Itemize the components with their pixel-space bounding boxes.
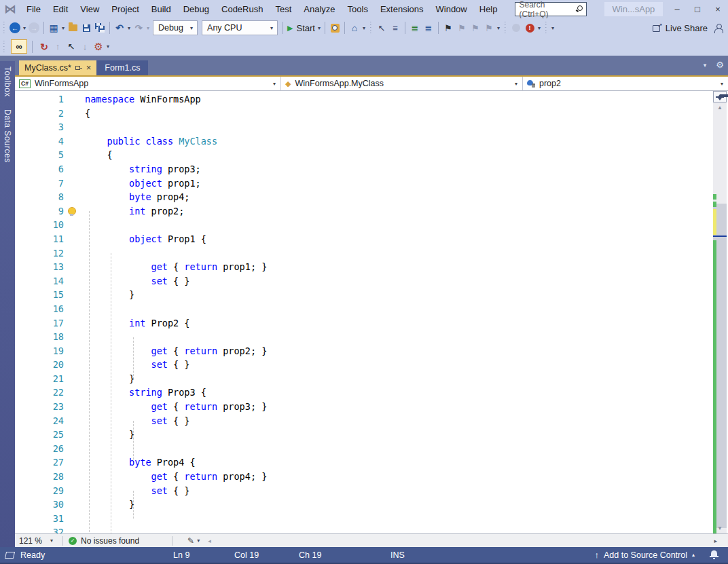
solution-explorer-home-button[interactable]: ⌂ [348, 20, 361, 35]
line-number[interactable]: 31 [15, 512, 64, 526]
menu-view[interactable]: View [74, 0, 105, 18]
open-file-button[interactable] [66, 20, 79, 35]
line-number[interactable]: 26 [15, 442, 64, 456]
maximize-button[interactable]: □ [687, 0, 708, 18]
member-dropdown[interactable]: prop2 ▾ [523, 77, 728, 90]
line-number[interactable]: 4 [15, 134, 64, 149]
code-line-17[interactable]: int Prop2 { [85, 316, 267, 331]
close-button[interactable]: × [708, 0, 728, 18]
vertical-scrollbar[interactable]: ▲ ▼ [713, 91, 727, 533]
coderush-jump-up-button[interactable]: ↑ [51, 39, 65, 54]
line-number[interactable]: 9 [15, 204, 64, 219]
code-line-3[interactable] [85, 120, 267, 134]
line-number[interactable]: 29 [15, 484, 64, 498]
menu-extensions[interactable]: Extensions [374, 0, 430, 18]
line-number[interactable]: 32 [15, 525, 64, 533]
coderush-refresh-button[interactable]: ↻ [37, 39, 51, 54]
find-in-files-button[interactable] [328, 20, 342, 35]
code-editor[interactable]: 1234567891011121314151617181920212223242… [0, 91, 728, 533]
code-line-23[interactable]: get { return prop3; } [85, 400, 267, 414]
code-cleanup-dropdown[interactable]: ▾ [196, 538, 201, 544]
navigate-forward-button[interactable]: → [27, 20, 41, 35]
line-number[interactable]: 1 [15, 92, 64, 107]
menu-debug[interactable]: Debug [177, 0, 215, 18]
close-tab-icon[interactable]: × [86, 64, 92, 71]
quick-actions-lightbulb-icon[interactable] [68, 207, 75, 217]
start-debugging-button[interactable]: ▶ Start [286, 20, 316, 35]
navigate-back-dropdown[interactable]: ▾ [22, 25, 27, 31]
line-number[interactable]: 13 [15, 260, 64, 274]
code-line-27[interactable]: byte Prop4 { [85, 455, 267, 470]
breakpoint-button[interactable] [509, 20, 523, 35]
hscroll-right-icon[interactable]: ▸ [714, 538, 717, 544]
live-share-button[interactable]: Live Share [646, 23, 714, 33]
line-number[interactable]: 23 [15, 400, 64, 414]
redo-dropdown[interactable]: ▾ [145, 25, 151, 31]
line-number[interactable]: 15 [15, 288, 64, 302]
tab-well-gear-icon[interactable]: ⚙ [716, 60, 724, 70]
quick-search-box[interactable]: Search (Ctrl+Q) [515, 2, 587, 16]
code-line-18[interactable] [85, 330, 267, 344]
code-line-14[interactable]: set { } [85, 274, 267, 288]
menu-test[interactable]: Test [269, 0, 297, 18]
code-line-11[interactable]: object Prop1 { [85, 232, 267, 246]
tab-myclass-cs-[interactable]: MyClass.cs*× [19, 60, 96, 75]
menu-help[interactable]: Help [473, 0, 504, 18]
code-line-29[interactable]: set { } [85, 484, 267, 498]
new-project-dropdown[interactable]: ▾ [60, 25, 66, 31]
project-dropdown[interactable]: C# WinFormsApp ▾ [15, 77, 281, 90]
menu-coderush[interactable]: CodeRush [215, 0, 269, 18]
line-number[interactable]: 7 [15, 176, 64, 191]
code-line-21[interactable]: } [85, 372, 267, 386]
increase-indent-button[interactable]: ≣ [422, 20, 435, 35]
code-cleanup-icon[interactable]: ✎ [187, 536, 194, 546]
notifications-bell-icon[interactable] [710, 550, 718, 559]
undo-dropdown[interactable]: ▾ [126, 25, 132, 31]
code-line-5[interactable]: { [85, 148, 267, 162]
next-bookmark-button[interactable]: ⚑ [469, 20, 482, 35]
code-line-7[interactable]: object prop1; [85, 176, 267, 191]
sync-with-active-document-button[interactable]: ↖ [375, 20, 388, 35]
line-number[interactable]: 21 [15, 372, 64, 386]
toolbar-grip[interactable] [2, 22, 6, 34]
solution-explorer-dropdown[interactable]: ▾ [361, 25, 367, 31]
line-number[interactable]: 24 [15, 414, 64, 428]
properties-window-button[interactable]: ≡ [388, 20, 402, 35]
code-line-10[interactable] [85, 218, 267, 232]
line-number[interactable]: 20 [15, 358, 64, 372]
code-line-4[interactable]: public class MyClass [85, 134, 267, 149]
menu-file[interactable]: File [20, 0, 47, 18]
coderush-overflow-dropdown[interactable]: ▾ [105, 43, 111, 50]
toolbar-grip[interactable] [369, 22, 373, 34]
start-dropdown[interactable]: ▾ [316, 25, 322, 31]
navigate-back-button[interactable]: ← [8, 20, 22, 35]
save-button[interactable] [79, 20, 93, 35]
pin-tab-icon[interactable] [75, 64, 82, 71]
code-line-15[interactable]: } [85, 288, 267, 302]
coderush-jump-down-button[interactable]: ↓ [78, 39, 92, 54]
code-line-31[interactable] [85, 512, 267, 526]
line-number[interactable]: 11 [15, 232, 64, 246]
code-line-26[interactable] [85, 442, 267, 456]
code-line-20[interactable]: set { } [85, 358, 267, 372]
menu-tools[interactable]: Tools [342, 0, 374, 18]
feedback-person-icon[interactable] [714, 24, 723, 33]
new-project-button[interactable]: ▦ [47, 20, 60, 35]
line-number[interactable]: 12 [15, 246, 64, 261]
source-control-collapse-icon[interactable]: ▴ [692, 552, 695, 558]
error-list-button[interactable]: ! [523, 20, 536, 35]
line-number[interactable]: 14 [15, 274, 64, 288]
line-number[interactable]: 2 [15, 107, 64, 121]
line-number[interactable]: 5 [15, 148, 64, 162]
code-line-32[interactable] [85, 525, 267, 533]
line-number-margin[interactable]: 1234567891011121314151617181920212223242… [15, 92, 64, 533]
line-number[interactable]: 18 [15, 330, 64, 344]
error-list-dropdown[interactable]: ▾ [536, 25, 542, 31]
coderush-settings-button[interactable]: ⚙ [92, 39, 105, 54]
scroll-down-icon[interactable]: ▼ [713, 523, 727, 533]
code-line-24[interactable]: set { } [85, 414, 267, 428]
line-number[interactable]: 8 [15, 190, 64, 204]
minimize-button[interactable]: – [667, 0, 687, 18]
code-line-30[interactable]: } [85, 497, 267, 512]
menu-edit[interactable]: Edit [47, 0, 74, 18]
